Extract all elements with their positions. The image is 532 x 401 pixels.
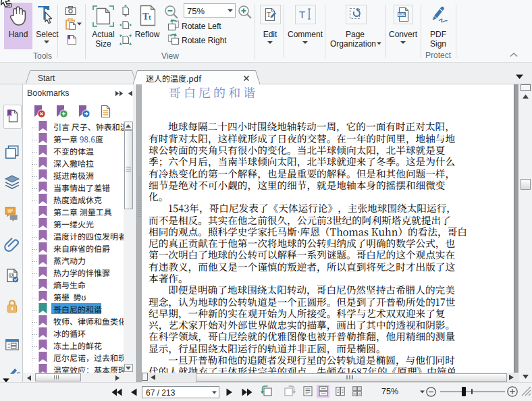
svg-text:t: t: [149, 13, 151, 21]
svg-text:T: T: [267, 11, 271, 18]
svg-text:OCR: OCR: [398, 13, 406, 16]
svg-text:T: T: [299, 9, 305, 20]
